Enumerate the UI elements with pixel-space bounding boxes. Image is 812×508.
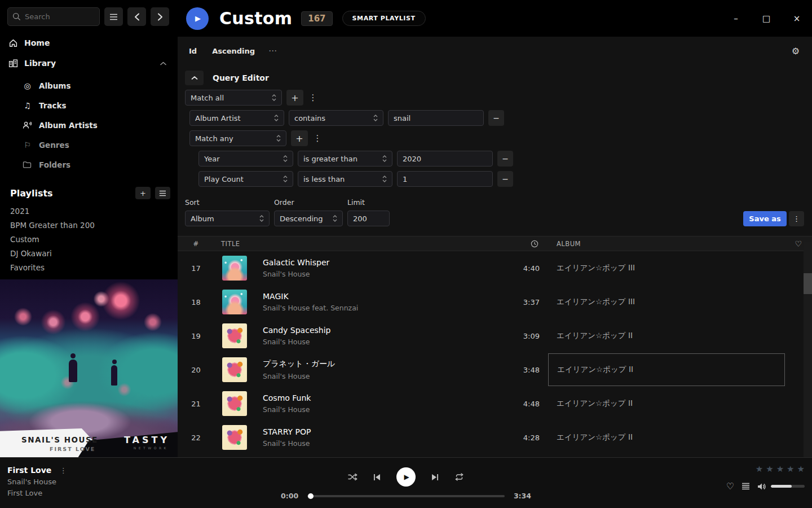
- add-rule-button[interactable]: +: [286, 90, 303, 106]
- minus-icon: −: [502, 174, 509, 183]
- play-pause-button[interactable]: ▶: [396, 467, 416, 487]
- scrollbar[interactable]: [804, 242, 812, 457]
- player-song-artist[interactable]: Snail's House: [7, 478, 271, 486]
- rule-value-input[interactable]: [388, 110, 484, 126]
- select-chevrons-icon: [382, 155, 387, 163]
- window-maximize-button[interactable]: □: [758, 10, 775, 27]
- track-artist: Snail's House: [263, 372, 503, 380]
- table-row[interactable]: 20 プラネット・ガールSnail's House 3:48 エイリアン☆ポップ…: [178, 353, 812, 387]
- star-icon[interactable]: ★: [756, 464, 763, 474]
- operator-select[interactable]: is greater than: [298, 151, 392, 167]
- window-minimize-button[interactable]: –: [727, 10, 744, 27]
- track-album: エイリアン☆ポップ II: [548, 421, 785, 454]
- previous-button[interactable]: [373, 474, 381, 481]
- player-song-album[interactable]: First Love: [7, 489, 271, 497]
- playlist-item[interactable]: DJ Okawari: [0, 246, 178, 260]
- star-rating[interactable]: ★ ★ ★ ★ ★: [756, 464, 805, 474]
- volume-slider[interactable]: [771, 485, 805, 488]
- heart-icon[interactable]: ♡: [795, 239, 802, 248]
- seek-handle[interactable]: [308, 493, 314, 499]
- limit-input[interactable]: [347, 211, 390, 226]
- column-number[interactable]: #: [193, 240, 198, 248]
- remove-rule-button[interactable]: −: [497, 171, 513, 187]
- operator-select[interactable]: is less than: [298, 171, 392, 187]
- field-select[interactable]: Year: [198, 151, 293, 167]
- repeat-button[interactable]: [454, 473, 464, 481]
- tracks-icon: ♫: [23, 101, 32, 110]
- scrollbar-thumb[interactable]: [804, 273, 812, 294]
- star-icon[interactable]: ★: [766, 464, 773, 474]
- track-title: MAGIK: [263, 292, 503, 301]
- playlist-item[interactable]: BPM Greater than 200: [0, 218, 178, 232]
- forward-button[interactable]: [151, 7, 169, 26]
- sort-select[interactable]: Album: [185, 211, 270, 226]
- sidebar: Home Library ◎ Albums ♫ Tracks: [0, 0, 178, 457]
- add-playlist-button[interactable]: +: [135, 187, 151, 199]
- playlist-view-button[interactable]: [155, 187, 170, 199]
- sort-field-button[interactable]: Id: [189, 47, 197, 55]
- star-icon[interactable]: ★: [787, 464, 794, 474]
- column-title[interactable]: TITLE: [214, 240, 503, 248]
- seek-bar[interactable]: [307, 495, 505, 497]
- playlist-item[interactable]: Favorites: [0, 260, 178, 274]
- window-close-button[interactable]: ×: [788, 10, 805, 27]
- sidebar-item-tracks[interactable]: ♫ Tracks: [0, 95, 178, 115]
- song-menu-button[interactable]: ⋮: [58, 466, 68, 475]
- clock-icon[interactable]: [531, 240, 540, 248]
- track-album-focused-cell[interactable]: エイリアン☆ポップ II: [548, 353, 785, 386]
- select-chevrons-icon: [283, 155, 288, 163]
- back-button[interactable]: [127, 7, 146, 26]
- rule-value-input[interactable]: [397, 151, 493, 167]
- track-duration: 4:48: [523, 400, 540, 408]
- star-icon[interactable]: ★: [797, 464, 805, 474]
- remove-rule-button[interactable]: −: [488, 110, 504, 126]
- table-row[interactable]: 19 Candy SpaceshipSnail's House 3:09 エイリ…: [178, 319, 812, 353]
- field-select[interactable]: Play Count: [198, 171, 293, 187]
- volume-icon[interactable]: [757, 483, 766, 491]
- more-options-button[interactable]: ⋯: [268, 46, 277, 56]
- save-as-menu-button[interactable]: ⋮: [789, 211, 804, 226]
- search-input[interactable]: [25, 12, 87, 21]
- sort-direction-button[interactable]: Ascending: [212, 47, 255, 55]
- sidebar-item-album-artists[interactable]: Album Artists: [0, 115, 178, 135]
- match-select[interactable]: Match any: [189, 130, 286, 146]
- remove-rule-button[interactable]: −: [497, 151, 513, 167]
- play-playlist-button[interactable]: ▶: [186, 7, 209, 30]
- shuffle-button[interactable]: [348, 473, 358, 481]
- sidebar-item-library[interactable]: Library: [0, 55, 178, 71]
- table-row[interactable]: 21 Cosmo FunkSnail's House 4:48 エイリアン☆ポッ…: [178, 387, 812, 421]
- collapse-query-editor-button[interactable]: [185, 71, 204, 85]
- genre-flag-icon: ⚐: [23, 141, 32, 150]
- add-rule-button[interactable]: +: [291, 130, 308, 146]
- track-artist: Snail's House: [263, 338, 503, 346]
- star-icon[interactable]: ★: [776, 464, 784, 474]
- match-select[interactable]: Match all: [185, 90, 282, 106]
- album-art-thumbnail: [222, 425, 247, 450]
- playlist-item[interactable]: Custom: [0, 232, 178, 246]
- sidebar-item-home[interactable]: Home: [0, 35, 178, 51]
- save-as-button[interactable]: Save as: [743, 211, 787, 226]
- player-song-title[interactable]: First Love: [7, 466, 51, 475]
- table-row[interactable]: 17 Galactic WhisperSnail's House 4:40 エイ…: [178, 251, 812, 285]
- order-select[interactable]: Descending: [274, 211, 343, 226]
- select-chevrons-icon: [373, 114, 378, 122]
- operator-select[interactable]: contains: [289, 110, 383, 126]
- settings-gear-button[interactable]: ⚙: [792, 46, 800, 56]
- menu-button[interactable]: [104, 7, 123, 26]
- field-select[interactable]: Album Artist: [189, 110, 284, 126]
- search-box[interactable]: [7, 7, 100, 26]
- sidebar-item-genres[interactable]: ⚐ Genres: [0, 135, 178, 155]
- next-button[interactable]: [431, 474, 439, 481]
- table-row[interactable]: 22 STARRY POPSnail's House 4:28 エイリアン☆ポッ…: [178, 421, 812, 454]
- playlist-label: DJ Okawari: [10, 249, 52, 258]
- favorite-button[interactable]: ♡: [726, 481, 734, 492]
- sidebar-item-folders[interactable]: Folders: [0, 155, 178, 174]
- table-row[interactable]: 18 MAGIKSnail's House feat. Sennzai 3:37…: [178, 285, 812, 319]
- queue-button[interactable]: [742, 483, 750, 490]
- column-album[interactable]: ALBUM: [548, 240, 785, 248]
- playlist-item[interactable]: 2021: [0, 204, 178, 218]
- rule-value-input[interactable]: [397, 171, 493, 187]
- group-menu-button[interactable]: ⋮: [312, 133, 323, 143]
- group-menu-button[interactable]: ⋮: [308, 93, 318, 103]
- sidebar-item-albums[interactable]: ◎ Albums: [0, 76, 178, 95]
